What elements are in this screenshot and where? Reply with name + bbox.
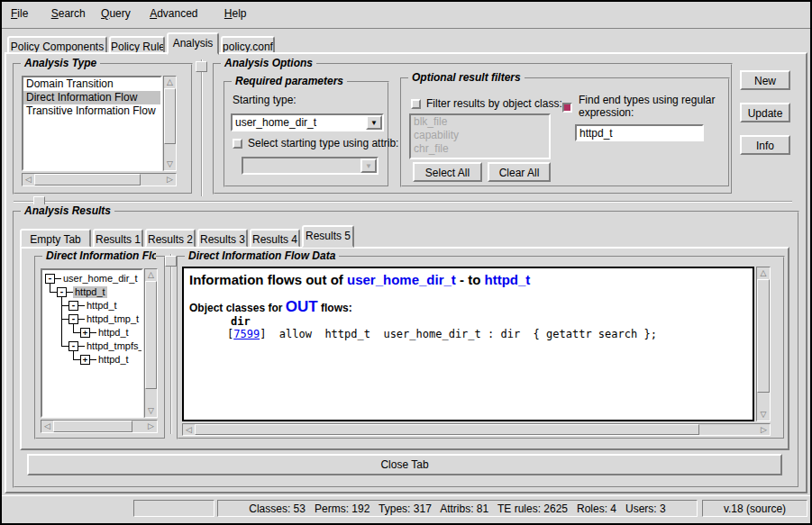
scrollbar-thumb[interactable] xyxy=(164,88,176,144)
tree-node-label[interactable]: httpd_tmpfs_ xyxy=(85,340,143,352)
scroll-down-icon[interactable]: ▽ xyxy=(757,409,770,421)
results-sash-vertical[interactable] xyxy=(170,254,172,434)
scrollbar-thumb[interactable] xyxy=(757,279,770,393)
flow-data-horizontal-scrollbar[interactable]: ◁ ▷ xyxy=(182,423,771,436)
menu-query[interactable]: Query xyxy=(99,2,136,20)
scroll-left-icon[interactable]: ◁ xyxy=(41,421,53,432)
scroll-left-icon[interactable]: ◁ xyxy=(183,424,195,435)
results-tab-empty[interactable]: Empty Tab xyxy=(20,229,91,248)
object-classes-suffix: flows: xyxy=(321,302,352,314)
flow-data-vertical-scrollbar[interactable]: △ ▽ xyxy=(756,267,771,421)
rule-number-link[interactable]: 7599 xyxy=(233,328,260,340)
tree-connector xyxy=(50,292,57,293)
chevron-down-icon: ▼ xyxy=(360,158,377,173)
menu-help[interactable]: Help xyxy=(223,2,252,20)
scrollbar-trough[interactable] xyxy=(195,424,758,435)
scroll-up-icon[interactable]: △ xyxy=(164,77,176,88)
results-tab-2[interactable]: Results 2 xyxy=(145,229,196,248)
tree-connector xyxy=(61,319,68,320)
scrollbar-thumb[interactable] xyxy=(145,281,157,389)
tree-node-label[interactable]: httpd_t xyxy=(85,300,119,312)
pane-sash-handle[interactable] xyxy=(196,61,207,72)
menu-advanced[interactable]: Advanced xyxy=(148,2,203,20)
tree-connector xyxy=(50,284,50,292)
close-tab-button[interactable]: Close Tab xyxy=(27,454,782,475)
tree-expander-icon[interactable]: - xyxy=(57,287,67,297)
tree-connector xyxy=(78,346,85,347)
object-class-listbox: blk_file capability chr_file xyxy=(409,113,551,159)
flow-tree-horizontal-scrollbar[interactable]: ◁ ▷ xyxy=(41,420,158,433)
tree-expander-icon[interactable]: - xyxy=(45,274,55,284)
tree-node-label[interactable]: user_home_dir_t xyxy=(61,273,140,285)
tab-analysis[interactable]: Analysis xyxy=(167,32,219,55)
scroll-up-icon[interactable]: △ xyxy=(145,269,157,281)
flow-data-text[interactable]: Information flows out of user_home_dir_t… xyxy=(182,267,754,421)
new-button[interactable]: New xyxy=(740,70,790,90)
analysis-results-legend: Analysis Results xyxy=(21,204,114,217)
scroll-up-icon[interactable]: △ xyxy=(757,267,770,279)
analysis-type-item-domain-transition[interactable]: Domain Transition xyxy=(23,77,160,91)
pane-sash-vertical[interactable] xyxy=(201,59,203,196)
rule-text: allow httpd_t user_home_dir_t : dir { ge… xyxy=(266,328,656,340)
flow-source-type: user_home_dir_t xyxy=(347,272,456,287)
scrollbar-trough[interactable] xyxy=(53,421,145,432)
object-class-name: dir xyxy=(231,315,251,328)
scroll-down-icon[interactable]: ▽ xyxy=(145,405,157,417)
filter-by-object-class-checkbox[interactable] xyxy=(411,99,421,109)
results-tab-5[interactable]: Results 5 xyxy=(302,225,354,248)
attrib-checkbox[interactable] xyxy=(233,139,242,149)
scrollbar-trough[interactable] xyxy=(757,279,770,409)
scroll-left-icon[interactable]: ◁ xyxy=(23,174,34,186)
menu-file[interactable]: File xyxy=(9,2,33,20)
analysis-type-vertical-scrollbar[interactable]: △ ▽ xyxy=(163,76,177,171)
tree-node-label[interactable]: httpd_t xyxy=(96,327,131,339)
attrib-checkbox-label: Select starting type using attrib: xyxy=(248,137,398,149)
tree-connector xyxy=(78,305,85,306)
starting-type-combobox[interactable]: user_home_dir_t ▼ xyxy=(231,113,384,131)
scroll-right-icon[interactable]: ▷ xyxy=(164,174,176,186)
results-tab-3[interactable]: Results 3 xyxy=(197,229,248,248)
flow-tree-vertical-scrollbar[interactable]: △ ▽ xyxy=(144,268,158,418)
analysis-options-legend: Analysis Options xyxy=(221,57,316,69)
scrollbar-trough[interactable] xyxy=(34,174,164,186)
scrollbar-thumb[interactable] xyxy=(195,424,699,435)
analysis-type-horizontal-scrollbar[interactable]: ◁ ▷ xyxy=(22,173,177,186)
regex-input[interactable] xyxy=(575,124,704,141)
info-button[interactable]: Info xyxy=(740,135,790,155)
scrollbar-trough[interactable] xyxy=(145,281,157,405)
clear-all-button[interactable]: Clear All xyxy=(488,162,551,182)
results-tab-4[interactable]: Results 4 xyxy=(250,229,300,248)
required-parameters-legend: Required parameters xyxy=(232,75,347,87)
filter-by-object-class-label: Filter results by object class: xyxy=(426,97,562,110)
scrollbar-thumb[interactable] xyxy=(53,421,132,432)
results-sash-handle[interactable] xyxy=(165,256,177,267)
tree-node-label[interactable]: httpd_t xyxy=(73,286,107,298)
object-classes-prefix: Object classes for xyxy=(189,302,282,314)
analysis-type-legend: Analysis Type xyxy=(21,57,100,69)
select-all-button[interactable]: Select All xyxy=(413,162,482,182)
scrollbar-thumb[interactable] xyxy=(34,174,141,186)
tree-expander-icon[interactable]: - xyxy=(68,341,78,351)
pane-sash-horizontal[interactable] xyxy=(14,201,792,203)
object-class-item: chr_file xyxy=(411,142,549,156)
tree-connector xyxy=(73,324,74,332)
tree-expander-icon[interactable]: - xyxy=(68,314,78,324)
regex-checkbox[interactable] xyxy=(562,103,572,113)
tree-node-label[interactable]: httpd_t xyxy=(96,354,131,366)
tree-expander-icon[interactable]: - xyxy=(68,301,78,311)
tree-expander-icon[interactable]: + xyxy=(80,355,90,365)
tree-expander-icon[interactable]: + xyxy=(80,328,90,338)
scroll-down-icon[interactable]: ▽ xyxy=(164,158,176,170)
scroll-right-icon[interactable]: ▷ xyxy=(145,421,157,432)
tree-node-label[interactable]: httpd_tmp_t xyxy=(85,313,141,325)
regex-checkbox-label: Find end types using regular expression: xyxy=(579,94,725,119)
flow-target-type: httpd_t xyxy=(485,272,531,287)
scrollbar-trough[interactable] xyxy=(164,88,176,158)
chevron-down-icon[interactable]: ▼ xyxy=(366,115,382,130)
results-tab-1[interactable]: Results 1 xyxy=(93,229,143,248)
menu-search[interactable]: Search xyxy=(50,2,91,20)
analysis-type-item-transitive-flow[interactable]: Transitive Information Flow xyxy=(23,104,160,118)
analysis-type-item-direct-flow[interactable]: Direct Information Flow xyxy=(23,91,160,104)
update-button[interactable]: Update xyxy=(740,103,790,122)
scroll-right-icon[interactable]: ▷ xyxy=(758,424,770,435)
